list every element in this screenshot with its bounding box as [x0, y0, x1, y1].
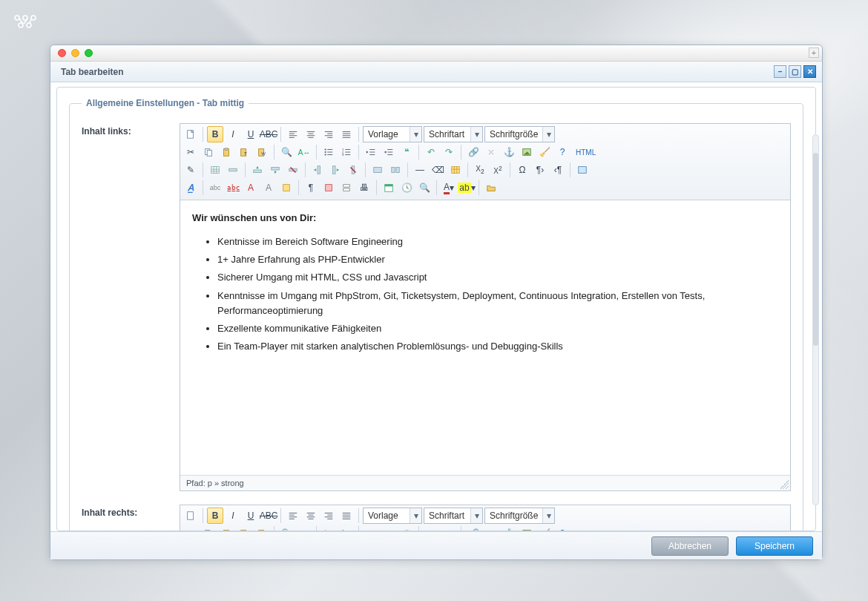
resize-handle-icon[interactable]: [780, 480, 789, 489]
font-size-dropdown[interactable]: Schriftgröße▾: [484, 508, 555, 524]
table-insert-button[interactable]: [207, 162, 223, 178]
help-button[interactable]: ?: [554, 144, 571, 160]
align-justify-button[interactable]: [338, 126, 355, 142]
redo-button[interactable]: ↷: [441, 525, 457, 531]
unlink-button[interactable]: ⤫: [483, 525, 499, 531]
bold-button[interactable]: B: [207, 126, 223, 142]
image-button[interactable]: [519, 144, 535, 160]
dialog-close-button[interactable]: ✕: [803, 65, 816, 78]
dialog-maximize-button[interactable]: ▢: [789, 65, 801, 78]
anchor-button[interactable]: ⚓: [501, 144, 517, 160]
bold-button[interactable]: B: [207, 508, 223, 524]
font-color-button[interactable]: A: [243, 180, 259, 196]
row-delete-button[interactable]: [285, 162, 301, 178]
copy-icon[interactable]: [200, 525, 217, 531]
anchor-button[interactable]: ⚓: [501, 525, 517, 531]
merge-cells-button[interactable]: [369, 162, 386, 178]
template-insert-icon[interactable]: [278, 180, 295, 196]
numbered-list-button[interactable]: 12: [338, 525, 355, 531]
new-doc-icon[interactable]: [183, 126, 199, 142]
visual-aid-button[interactable]: [320, 180, 337, 196]
vertical-scrollbar[interactable]: [812, 134, 819, 505]
bullet-list-button[interactable]: [320, 525, 337, 531]
blockquote-button[interactable]: ❝: [398, 525, 415, 531]
align-right-button[interactable]: [320, 508, 337, 524]
col-before-button[interactable]: [309, 162, 326, 178]
bullet-list-button[interactable]: [320, 144, 337, 160]
window-zoom-traffic[interactable]: [85, 49, 93, 57]
outdent-button[interactable]: [363, 525, 379, 531]
paste-icon[interactable]: [218, 144, 234, 160]
cut-icon[interactable]: ✂: [183, 144, 199, 160]
align-left-button[interactable]: [285, 126, 301, 142]
find-replace-icon[interactable]: A↔: [296, 525, 312, 531]
titlebar-plus-icon[interactable]: +: [809, 47, 819, 58]
numbered-list-button[interactable]: 123: [338, 144, 355, 160]
undo-button[interactable]: ↶: [423, 144, 439, 160]
table-row-props-button[interactable]: [225, 162, 241, 178]
paste-word-icon[interactable]: [254, 525, 270, 531]
window-minimize-traffic[interactable]: [71, 49, 79, 57]
ltr-button[interactable]: ¶›: [532, 162, 548, 178]
show-blocks-button[interactable]: ¶: [303, 180, 319, 196]
rtl-button[interactable]: ‹¶: [550, 162, 566, 178]
font-family-dropdown[interactable]: Schriftart▾: [424, 126, 483, 142]
save-button[interactable]: Speichern: [736, 536, 813, 556]
folder-open-icon[interactable]: [483, 180, 499, 196]
font-family-dropdown[interactable]: Schriftart▾: [424, 508, 483, 524]
superscript-button[interactable]: X2: [490, 162, 506, 178]
time-button[interactable]: 🕓: [398, 180, 415, 196]
align-center-button[interactable]: [303, 508, 319, 524]
rte-path-bar[interactable]: Pfad: p » strong: [180, 475, 790, 490]
paste-text-icon[interactable]: [236, 525, 252, 531]
redo-button[interactable]: ↷: [441, 144, 457, 160]
date-button[interactable]: [381, 180, 397, 196]
outdent-button[interactable]: [363, 144, 379, 160]
window-close-traffic[interactable]: [58, 49, 66, 57]
cancel-button[interactable]: Abbrechen: [651, 536, 729, 556]
page-break-button[interactable]: [338, 180, 355, 196]
bg-color-dropdown[interactable]: ab▾: [458, 180, 475, 196]
scrollbar-thumb[interactable]: [813, 153, 818, 346]
paste-text-icon[interactable]: T: [236, 144, 252, 160]
titlebar[interactable]: +: [50, 45, 822, 62]
align-left-button[interactable]: [285, 508, 301, 524]
edit-icon[interactable]: ✎: [183, 162, 199, 178]
strike-button[interactable]: ABC: [260, 126, 277, 142]
text-color-dropdown[interactable]: A▾: [441, 180, 457, 196]
subscript-button[interactable]: X2: [472, 162, 488, 178]
fullscreen-button[interactable]: [574, 162, 591, 178]
special-char-button[interactable]: Ω: [514, 162, 530, 178]
style-picker-icon[interactable]: A̲: [183, 180, 199, 196]
split-cells-button[interactable]: [387, 162, 404, 178]
paste-word-icon[interactable]: W: [254, 144, 270, 160]
unlink-button[interactable]: ⤫: [483, 144, 499, 160]
link-button[interactable]: 🔗: [465, 144, 481, 160]
link-button[interactable]: 🔗: [465, 525, 481, 531]
cleanup-button[interactable]: 🧹: [536, 525, 553, 531]
table-button[interactable]: [447, 162, 464, 178]
align-center-button[interactable]: [303, 126, 319, 142]
indent-button[interactable]: [381, 525, 397, 531]
row-after-button[interactable]: [267, 162, 283, 178]
template-dropdown[interactable]: Vorlage▾: [363, 126, 422, 142]
hr-button[interactable]: ―: [412, 162, 428, 178]
col-delete-button[interactable]: [345, 162, 361, 178]
find-replace-icon[interactable]: A↔: [296, 144, 312, 160]
spellcheck-icon[interactable]: abc: [207, 180, 223, 196]
italic-button[interactable]: I: [225, 508, 241, 524]
undo-button[interactable]: ↶: [423, 525, 439, 531]
spellcheck-toggle-icon[interactable]: a̲b̲c̲: [225, 180, 241, 196]
help-button[interactable]: ?: [554, 525, 571, 531]
underline-button[interactable]: U: [243, 508, 259, 524]
print-button[interactable]: 🖶: [356, 180, 372, 196]
indent-button[interactable]: [381, 144, 397, 160]
rte-content-area[interactable]: Wir wünschen uns von Dir: Kentnisse im B…: [180, 200, 790, 475]
remove-format-button[interactable]: ⌫: [430, 162, 446, 178]
paste-icon[interactable]: [218, 525, 234, 531]
html-source-button[interactable]: HTML: [572, 144, 599, 160]
new-doc-icon[interactable]: [183, 508, 199, 524]
image-button[interactable]: [519, 525, 535, 531]
underline-button[interactable]: U: [243, 126, 259, 142]
italic-button[interactable]: I: [225, 126, 241, 142]
